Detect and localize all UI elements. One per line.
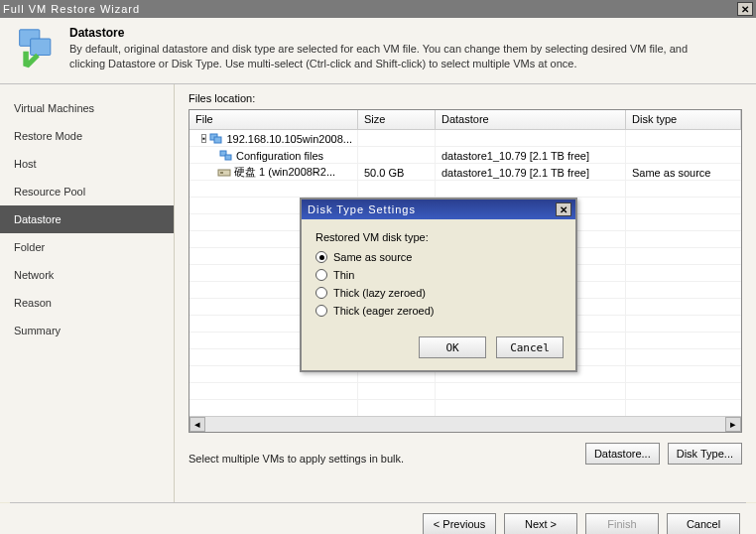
dialog-titlebar[interactable]: Disk Type Settings ✕ [302,200,575,219]
next-button[interactable]: Next > [504,513,577,534]
radio-label: Same as source [333,251,412,263]
cell-size: 50.0 GB [358,167,436,179]
scroll-track[interactable] [205,417,725,432]
horizontal-scrollbar[interactable]: ◂ ▸ [189,416,741,432]
disk-icon [217,167,231,179]
window-title: Full VM Restore Wizard [3,3,737,15]
bulk-hint: Select multiple VMs to apply settings in… [189,453,585,465]
sidebar-item-reason[interactable]: Reason [0,289,174,317]
col-datastore[interactable]: Datastore [436,110,626,129]
svg-rect-6 [218,170,230,176]
svg-rect-3 [214,137,221,143]
sidebar-item-resource-pool[interactable]: Resource Pool [0,178,174,205]
radio-label: Thick (eager zeroed) [333,305,435,317]
wizard-footer: < Previous Next > Finish Cancel [0,503,756,534]
dialog-ok-button[interactable]: OK [419,336,486,358]
radio-thin[interactable]: Thin [315,269,562,281]
sidebar-item-host[interactable]: Host [0,150,174,178]
radio-icon[interactable] [315,251,327,263]
table-row[interactable]: Configuration files datastore1_10.79 [2.… [189,147,741,164]
page-title: Datastore [69,26,704,40]
radio-label: Thin [333,269,354,281]
window-titlebar: Full VM Restore Wizard ✕ [0,0,756,18]
col-disktype[interactable]: Disk type [626,110,741,129]
wizard-header: Datastore By default, original datastore… [0,18,756,84]
sidebar-item-summary[interactable]: Summary [0,317,174,344]
cell-datastore: datastore1_10.79 [2.1 TB free] [436,150,626,162]
files-location-label: Files location: [189,92,742,104]
datastore-button[interactable]: Datastore... [585,443,660,465]
radio-thick-lazy[interactable]: Thick (lazy zeroed) [315,287,562,299]
svg-rect-7 [220,172,223,174]
config-icon [219,150,233,162]
sidebar-item-restore-mode[interactable]: Restore Mode [0,122,174,150]
close-icon[interactable]: ✕ [737,2,753,16]
wizard-steps-sidebar: Virtual Machines Restore Mode Host Resou… [0,84,175,502]
sidebar-item-virtual-machines[interactable]: Virtual Machines [0,94,174,122]
svg-rect-5 [225,155,231,160]
table-header: File Size Datastore Disk type [189,110,741,130]
datastore-icon [14,26,62,73]
radio-icon[interactable] [315,287,327,299]
radio-same-as-source[interactable]: Same as source [315,251,562,263]
disk-type-settings-dialog: Disk Type Settings ✕ Restored VM disk ty… [300,198,577,372]
previous-button[interactable]: < Previous [423,513,496,534]
col-size[interactable]: Size [358,110,436,129]
disk-type-button[interactable]: Disk Type... [668,443,742,465]
sidebar-item-folder[interactable]: Folder [0,233,174,261]
dialog-title: Disk Type Settings [306,203,556,215]
cell-file: 硬盘 1 (win2008R2... [234,165,335,180]
svg-rect-1 [31,39,51,56]
dialog-cancel-button[interactable]: Cancel [496,336,564,358]
cancel-button[interactable]: Cancel [667,513,740,534]
table-row[interactable]: 硬盘 1 (win2008R2... 50.0 GB datastore1_10… [189,164,741,181]
sidebar-item-datastore[interactable]: Datastore [0,205,174,233]
scroll-right-icon[interactable]: ▸ [725,417,741,432]
cell-datastore: datastore1_10.79 [2.1 TB free] [436,167,626,179]
vm-icon [209,133,223,145]
scroll-left-icon[interactable]: ◂ [189,417,205,432]
radio-label: Thick (lazy zeroed) [333,287,426,299]
page-description: By default, original datastore and disk … [69,42,704,71]
cell-file: 192.168.10.105win2008... [226,133,352,145]
dialog-close-icon[interactable]: ✕ [556,202,571,216]
radio-icon[interactable] [315,305,327,317]
cell-disktype: Same as source [626,167,741,179]
col-file[interactable]: File [189,110,358,129]
dialog-label: Restored VM disk type: [315,231,562,243]
radio-thick-eager[interactable]: Thick (eager zeroed) [315,305,562,317]
cell-file: Configuration files [236,150,323,162]
finish-button: Finish [585,513,659,534]
sidebar-item-network[interactable]: Network [0,261,174,289]
tree-collapse-icon[interactable]: ▪ [201,134,206,143]
radio-icon[interactable] [315,269,327,281]
table-row[interactable]: ▪ 192.168.10.105win2008... [189,130,741,147]
